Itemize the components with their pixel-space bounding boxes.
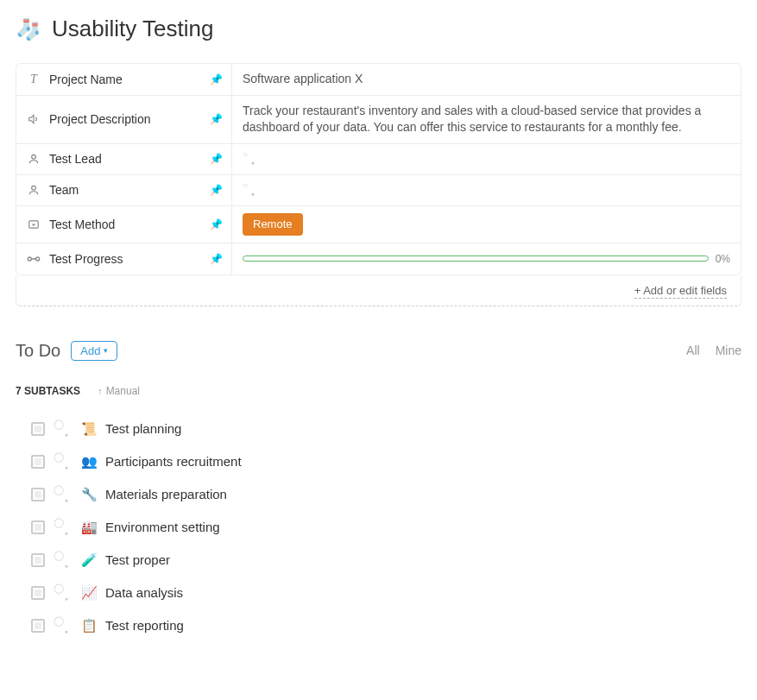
progress-container: 0% (243, 252, 730, 267)
add-task-button[interactable]: Add (71, 341, 117, 361)
field-label[interactable]: Test Lead📌 (16, 144, 232, 174)
pin-icon[interactable]: 📌 (210, 113, 223, 125)
field-label-text: Project Description (49, 112, 151, 126)
task-name: Test proper (105, 552, 170, 567)
page-title: Usability Testing (52, 16, 213, 42)
sort-label: Manual (106, 385, 140, 397)
filter-mine[interactable]: Mine (716, 344, 741, 357)
field-row: Test Method📌Remote (16, 206, 741, 243)
task-item[interactable]: 📋Test reporting (16, 609, 741, 642)
task-checkbox[interactable] (31, 455, 45, 469)
field-row: TProject Name📌Software application X (16, 64, 741, 96)
person-icon (27, 183, 41, 197)
field-row: Test Lead📌 (16, 144, 741, 175)
todo-filters: All Mine (686, 344, 741, 357)
assignee-icon[interactable] (54, 553, 73, 567)
sort-option[interactable]: ↑ Manual (98, 385, 140, 397)
task-emoji-icon: 👥 (81, 454, 97, 470)
task-emoji-icon: 📜 (81, 421, 97, 437)
add-fields-row: + Add or edit fields (16, 275, 741, 306)
task-item[interactable]: 👥Participants recruitment (16, 445, 741, 478)
subtasks-header: 7 SUBTASKS ↑ Manual (16, 385, 741, 397)
task-item[interactable]: 🔧Materials preparation (16, 478, 741, 511)
task-checkbox[interactable] (31, 586, 45, 600)
assignee-icon[interactable] (54, 619, 73, 633)
task-name: Test planning (105, 421, 181, 436)
speaker-icon (27, 112, 41, 126)
assignee-icon[interactable] (54, 422, 73, 436)
pin-icon[interactable]: 📌 (210, 153, 223, 165)
task-name: Environment setting (105, 520, 220, 534)
page-header: 🧦 Usability Testing (16, 16, 741, 42)
task-name: Materials preparation (105, 487, 227, 501)
dropdown-icon (27, 218, 41, 231)
svg-point-0 (32, 155, 36, 160)
todo-title-group: To Do Add (16, 341, 117, 361)
pin-icon[interactable]: 📌 (210, 73, 223, 85)
person-icon (27, 152, 41, 166)
field-label[interactable]: Project Description📌 (16, 96, 232, 143)
task-emoji-icon: 🏭 (81, 520, 97, 535)
pin-icon[interactable]: 📌 (210, 218, 223, 230)
pin-icon[interactable]: 📌 (210, 253, 223, 265)
field-label[interactable]: Team📌 (16, 175, 232, 205)
task-checkbox[interactable] (31, 619, 45, 633)
field-label[interactable]: Test Method📌 (16, 206, 232, 243)
field-label-text: Test Method (49, 218, 115, 231)
todo-title: To Do (16, 341, 60, 361)
task-checkbox[interactable] (31, 488, 45, 501)
task-emoji-icon: 📋 (81, 618, 97, 634)
field-label-text: Test Progress (49, 252, 123, 266)
field-value[interactable]: Track your restaurant's inventory and sa… (232, 96, 741, 143)
field-value[interactable]: Software application X (232, 64, 741, 95)
task-checkbox[interactable] (31, 422, 45, 436)
task-item[interactable]: 📈Data analysis (16, 577, 741, 609)
filter-all[interactable]: All (686, 344, 700, 357)
field-row: Project Description📌Track your restauran… (16, 96, 741, 144)
field-value[interactable]: Remote (232, 206, 741, 243)
progress-text: 0% (716, 252, 730, 267)
svg-point-4 (36, 257, 40, 261)
assignee-icon[interactable] (54, 455, 73, 469)
task-emoji-icon: 🧪 (81, 552, 97, 568)
task-checkbox[interactable] (31, 520, 45, 534)
add-fields-link[interactable]: + Add or edit fields (634, 284, 727, 299)
task-list: 📜Test planning👥Participants recruitment🔧… (16, 413, 741, 642)
add-button-label: Add (80, 344, 100, 357)
task-name: Test reporting (105, 618, 184, 633)
todo-header: To Do Add All Mine (16, 341, 741, 361)
task-name: Data analysis (105, 585, 183, 600)
task-checkbox[interactable] (31, 553, 45, 567)
field-value-text: Track your restaurant's inventory and sa… (243, 103, 730, 136)
field-value[interactable]: 0% (232, 243, 741, 274)
T-icon: T (27, 73, 41, 86)
assignee-icon[interactable] (54, 586, 73, 600)
progress-icon (27, 252, 41, 266)
field-value[interactable] (232, 144, 741, 174)
assignee-placeholder-icon[interactable] (243, 183, 256, 197)
arrow-up-icon: ↑ (98, 386, 103, 396)
svg-point-3 (28, 257, 31, 261)
task-item[interactable]: 🧪Test proper (16, 544, 741, 577)
page-emoji: 🧦 (16, 17, 41, 41)
svg-rect-2 (29, 221, 39, 228)
pin-icon[interactable]: 📌 (210, 184, 223, 196)
subtasks-count: 7 SUBTASKS (16, 385, 80, 397)
field-value[interactable] (232, 175, 741, 205)
field-value-text: Software application X (243, 71, 363, 88)
field-label[interactable]: Test Progress📌 (16, 243, 232, 274)
task-item[interactable]: 🏭Environment setting (16, 511, 741, 544)
field-label[interactable]: TProject Name📌 (16, 64, 232, 95)
task-emoji-icon: 📈 (81, 585, 97, 601)
field-row: Team📌 (16, 175, 741, 206)
fields-table: TProject Name📌Software application XProj… (16, 63, 741, 275)
assignee-placeholder-icon[interactable] (243, 152, 256, 166)
task-item[interactable]: 📜Test planning (16, 413, 741, 445)
assignee-icon[interactable] (54, 520, 73, 534)
field-label-text: Project Name (49, 73, 123, 86)
task-emoji-icon: 🔧 (81, 487, 97, 502)
todo-section: To Do Add All Mine 7 SUBTASKS ↑ Manual 📜… (16, 341, 741, 642)
assignee-icon[interactable] (54, 488, 73, 501)
field-label-text: Test Lead (49, 152, 102, 166)
tag-badge[interactable]: Remote (243, 213, 303, 236)
